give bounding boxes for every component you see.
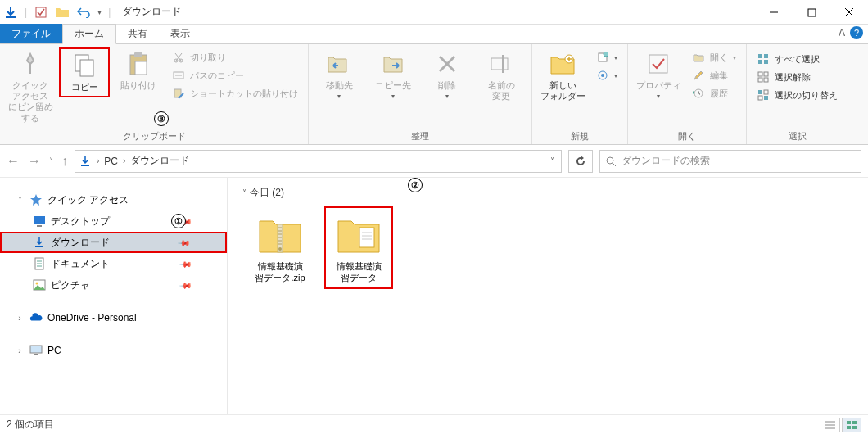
- open-label: 開く: [710, 52, 728, 64]
- paste-shortcut-button[interactable]: ショートカットの貼り付け: [167, 85, 303, 102]
- select-none-button[interactable]: 選択解除: [752, 69, 843, 85]
- copy-button[interactable]: コピー: [59, 47, 110, 97]
- tree-pc[interactable]: › PC: [0, 340, 227, 361]
- tab-view[interactable]: 表示: [159, 24, 201, 43]
- ribbon-group-new: 新しい フォルダー ▾ ▾ 新規: [532, 44, 628, 144]
- copy-to-icon: [380, 51, 406, 77]
- copy-to-dropdown-icon: ▾: [391, 93, 395, 101]
- group-header-today[interactable]: ˅ 今日 (2): [242, 186, 860, 200]
- svg-rect-3: [808, 9, 816, 16]
- svg-rect-52: [34, 354, 38, 355]
- group-open-label: 開く: [633, 129, 741, 144]
- tab-file[interactable]: ファイル: [0, 24, 62, 43]
- tab-home[interactable]: ホーム: [62, 24, 116, 44]
- easy-access-button[interactable]: ▾: [591, 67, 622, 84]
- collapse-ribbon-icon[interactable]: ᐱ: [839, 27, 845, 38]
- cut-label: 切り取り: [190, 52, 226, 64]
- address-folder-icon: [79, 155, 92, 168]
- annotation-2: ②: [408, 178, 423, 192]
- crumb-downloads[interactable]: ダウンロード: [130, 154, 189, 168]
- crumb-sep-0[interactable]: ›: [97, 156, 99, 165]
- tree-downloads-label: ダウンロード: [51, 236, 110, 250]
- crumb-sep-1[interactable]: ›: [123, 156, 125, 165]
- folder-qat-icon[interactable]: [55, 5, 70, 20]
- properties-icon: [645, 51, 671, 77]
- tree-desktop[interactable]: デスクトップ 📌: [0, 210, 227, 232]
- tree-documents-label: ドキュメント: [51, 257, 110, 271]
- minimize-button[interactable]: [755, 0, 793, 25]
- delete-icon: [434, 51, 460, 77]
- undo-qat-icon[interactable]: [76, 5, 91, 20]
- file-label-zip: 情報基礎演 習データ.zip: [255, 260, 305, 284]
- tree-downloads[interactable]: ダウンロード 📌: [0, 232, 227, 253]
- onedrive-icon: [29, 311, 43, 324]
- tab-share[interactable]: 共有: [116, 24, 159, 43]
- history-button[interactable]: 履歴: [687, 85, 741, 102]
- help-icon[interactable]: ?: [850, 26, 863, 39]
- copy-path-button[interactable]: パスのコピー: [167, 67, 303, 84]
- refresh-button[interactable]: [568, 150, 593, 173]
- new-folder-button[interactable]: 新しい フォルダー: [537, 47, 588, 102]
- new-item-button[interactable]: ▾: [591, 49, 622, 66]
- tree-pictures[interactable]: ピクチャ 📌: [0, 274, 227, 296]
- nav-history-dropdown[interactable]: ˅: [49, 156, 53, 165]
- group-collapse-icon[interactable]: ˅: [242, 188, 246, 197]
- group-select-label: 選択: [752, 129, 843, 144]
- history-icon: [692, 87, 705, 100]
- nav-back-button[interactable]: ←: [7, 154, 20, 169]
- open-icon: [692, 51, 705, 64]
- move-to-button[interactable]: 移動先 ▾: [314, 47, 364, 101]
- nav-forward-button[interactable]: →: [28, 154, 41, 169]
- file-item-folder[interactable]: 情報基礎演 習データ: [324, 206, 393, 289]
- properties-qat-icon[interactable]: [34, 5, 48, 20]
- close-button[interactable]: [830, 0, 868, 25]
- qat-dropdown-icon[interactable]: ▾: [97, 7, 102, 16]
- invert-selection-button[interactable]: 選択の切り替え: [752, 87, 843, 103]
- easy-access-icon: [596, 69, 609, 82]
- rename-button[interactable]: 名前の 変更: [476, 47, 527, 102]
- svg-rect-25: [649, 55, 667, 73]
- invert-selection-icon: [757, 88, 770, 102]
- svg-rect-42: [34, 216, 45, 224]
- address-bar[interactable]: › PC › ダウンロード ˅: [75, 150, 562, 173]
- tree-documents[interactable]: ドキュメント 📌: [0, 253, 227, 274]
- properties-label: プロパティ: [635, 80, 683, 91]
- properties-button[interactable]: プロパティ ▾: [633, 47, 684, 101]
- pin-indicator-icon-2: 📌: [178, 236, 191, 249]
- tree-pc-label: PC: [47, 345, 61, 356]
- group-header-label: 今日 (2): [250, 186, 284, 200]
- expander-icon-3[interactable]: ›: [15, 346, 25, 355]
- edit-button[interactable]: 編集: [687, 67, 741, 84]
- file-label-folder: 情報基礎演 習データ: [337, 260, 382, 284]
- crumb-pc[interactable]: PC: [104, 156, 118, 167]
- new-folder-icon: [549, 51, 576, 77]
- rename-label: 名前の 変更: [486, 80, 517, 102]
- nav-up-button[interactable]: ↑: [61, 154, 68, 169]
- pin-to-quick-access-button[interactable]: クイック アクセス にピン留めする: [5, 47, 56, 124]
- delete-button[interactable]: 削除 ▾: [422, 47, 472, 101]
- select-all-button[interactable]: すべて選択: [752, 51, 843, 67]
- paste-label: 貼り付け: [119, 80, 158, 91]
- ribbon-tabs: ファイル ホーム 共有 表示 ᐱ ?: [0, 25, 868, 44]
- move-to-label: 移動先: [324, 80, 355, 91]
- invert-selection-label: 選択の切り替え: [775, 89, 838, 102]
- paste-button[interactable]: 貼り付け: [113, 47, 164, 91]
- search-box[interactable]: ダウンロードの検索: [599, 150, 861, 173]
- edit-icon: [692, 69, 705, 82]
- view-details-button[interactable]: [821, 418, 840, 432]
- file-item-zip[interactable]: 情報基礎演 習データ.zip: [246, 206, 314, 289]
- copy-to-button[interactable]: コピー先 ▾: [368, 47, 418, 101]
- cut-button[interactable]: 切り取り: [167, 49, 303, 66]
- maximize-button[interactable]: [793, 0, 830, 25]
- view-icons-button[interactable]: [842, 418, 861, 432]
- address-dropdown-icon[interactable]: ˅: [547, 156, 558, 165]
- expander-icon-2[interactable]: ›: [15, 313, 25, 323]
- svg-rect-44: [35, 246, 43, 247]
- tree-quick-access[interactable]: ˅ クイック アクセス: [0, 189, 227, 210]
- expander-icon[interactable]: ˅: [15, 195, 25, 205]
- group-new-label: 新規: [537, 129, 622, 144]
- tree-desktop-label: デスクトップ: [51, 215, 110, 228]
- tree-pictures-label: ピクチャ: [51, 278, 90, 292]
- open-button[interactable]: 開く ▾: [687, 49, 741, 66]
- tree-onedrive[interactable]: › OneDrive - Personal: [0, 307, 227, 328]
